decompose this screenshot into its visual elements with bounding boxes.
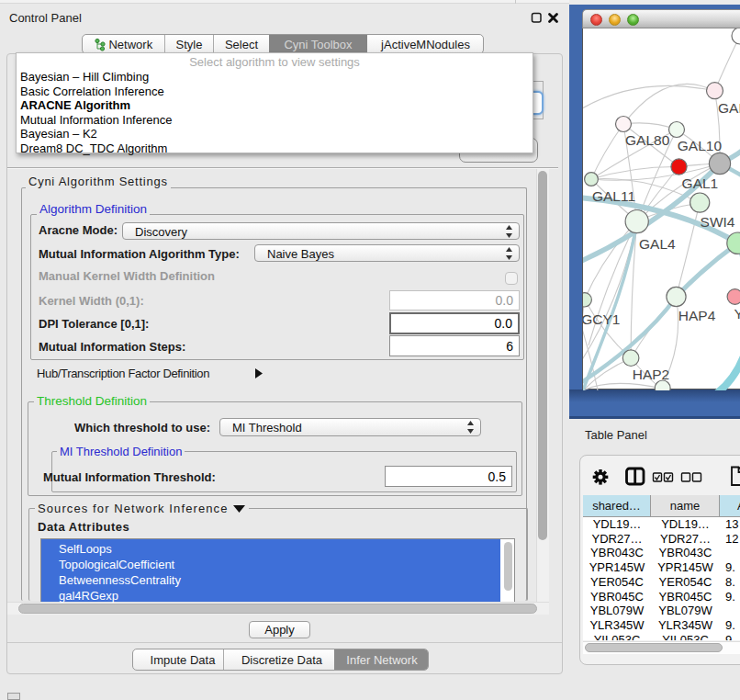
svg-text:HAP4: HAP4 bbox=[678, 308, 716, 323]
svg-text:GCY1: GCY1 bbox=[583, 311, 620, 327]
svg-text:Y: Y bbox=[734, 306, 740, 322]
svg-text:GAL10: GAL10 bbox=[678, 138, 723, 153]
svg-text:GAL11: GAL11 bbox=[592, 188, 635, 204]
svg-text:GAL4: GAL4 bbox=[639, 236, 676, 252]
svg-text:HAP2: HAP2 bbox=[633, 367, 670, 382]
svg-text:GAL80: GAL80 bbox=[625, 132, 670, 148]
svg-text:SWI4: SWI4 bbox=[701, 214, 735, 230]
svg-text:GAL1: GAL1 bbox=[682, 175, 719, 191]
svg-text:GAL: GAL bbox=[718, 100, 740, 116]
